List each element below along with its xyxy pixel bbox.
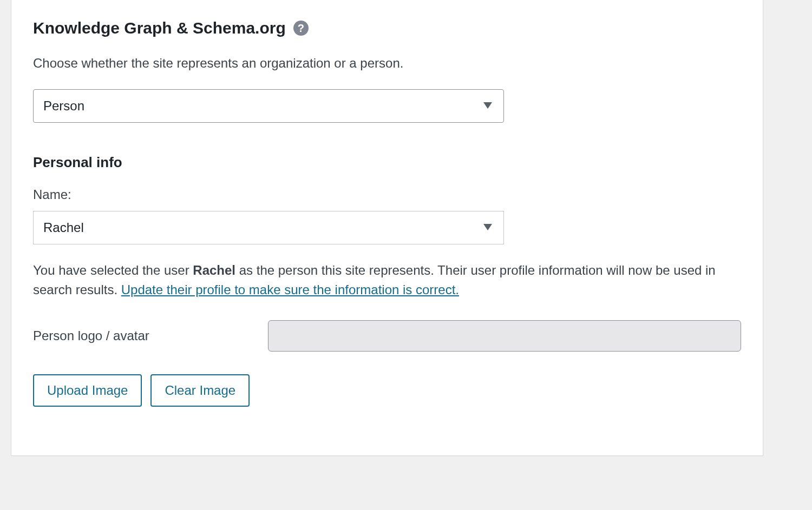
panel-heading: Knowledge Graph & Schema.org ? [33, 19, 741, 37]
update-profile-link[interactable]: Update their profile to make sure the in… [121, 282, 459, 297]
settings-panel: Knowledge Graph & Schema.org ? Choose wh… [11, 0, 763, 456]
avatar-input[interactable] [268, 320, 741, 352]
clear-image-button[interactable]: Clear Image [150, 374, 250, 407]
help-icon[interactable]: ? [293, 21, 309, 36]
name-label: Name: [33, 187, 741, 202]
selected-user-name: Rachel [193, 263, 235, 277]
entity-type-value: Person [33, 89, 504, 123]
avatar-row: Person logo / avatar [33, 320, 741, 352]
upload-image-button[interactable]: Upload Image [33, 374, 142, 407]
person-name-select[interactable]: Rachel [33, 211, 504, 244]
panel-helper-text: Choose whether the site represents an or… [33, 54, 741, 73]
avatar-label: Person logo / avatar [33, 328, 252, 343]
selected-user-info: You have selected the user Rachel as the… [33, 261, 741, 300]
button-row: Upload Image Clear Image [33, 374, 741, 407]
info-text-prefix: You have selected the user [33, 263, 193, 277]
personal-info-heading: Personal info [33, 154, 741, 171]
panel-title: Knowledge Graph & Schema.org [33, 19, 286, 37]
entity-type-select[interactable]: Person [33, 89, 504, 123]
person-name-value: Rachel [33, 211, 504, 244]
